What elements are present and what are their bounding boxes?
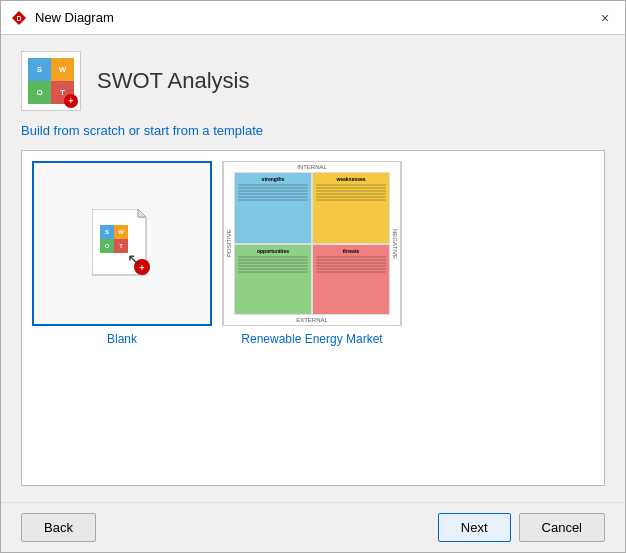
svg-text:T: T — [119, 243, 123, 249]
line5 — [316, 268, 386, 270]
diagram-type-title: SWOT Analysis — [97, 68, 249, 94]
line6 — [316, 199, 386, 201]
title-bar-left: D New Diagram — [11, 10, 114, 26]
line4 — [238, 193, 308, 195]
footer-left: Back — [21, 513, 96, 542]
weaknesses-quad: weaknesses — [312, 172, 390, 244]
swot-s-cell: S — [28, 58, 51, 81]
dialog: D New Diagram × S W O T + SWOT Analysis — [0, 0, 626, 553]
swot-grid-area: POSITIVE strengths — [224, 172, 400, 315]
weaknesses-title: weaknesses — [316, 176, 386, 182]
line4 — [316, 265, 386, 267]
swot-cells: strengths weakne — [234, 172, 390, 315]
renewable-label: Renewable Energy Market — [241, 332, 382, 346]
svg-text:O: O — [105, 243, 110, 249]
line1 — [316, 256, 386, 258]
svg-text:S: S — [105, 229, 109, 235]
svg-text:+: + — [139, 263, 144, 273]
svg-text:W: W — [118, 229, 124, 235]
template-blank[interactable]: S W O T + ↖ Blank — [32, 161, 212, 475]
back-button[interactable]: Back — [21, 513, 96, 542]
line1 — [238, 184, 308, 186]
blank-label: Blank — [107, 332, 137, 346]
close-button[interactable]: × — [595, 8, 615, 28]
negative-label: NEGATIVE — [390, 172, 400, 315]
swot-o-cell: O — [28, 81, 51, 104]
line4 — [238, 265, 308, 267]
swot-preview-inner: INTERNAL POSITIVE strengths — [224, 162, 400, 325]
swot-w-cell: W — [51, 58, 74, 81]
renewable-thumbnail[interactable]: INTERNAL POSITIVE strengths — [222, 161, 402, 326]
svg-marker-3 — [138, 209, 146, 217]
templates-area: S W O T + ↖ Blank — [21, 150, 605, 486]
cancel-button[interactable]: Cancel — [519, 513, 605, 542]
content-area: S W O T + SWOT Analysis Build from scrat… — [1, 35, 625, 502]
line3 — [316, 262, 386, 264]
logo-wrapper: S W O T + — [28, 58, 74, 104]
line6 — [316, 271, 386, 273]
line4 — [316, 193, 386, 195]
strengths-quad: strengths — [234, 172, 312, 244]
line2 — [238, 259, 308, 261]
window-title: New Diagram — [35, 10, 114, 25]
line2 — [316, 187, 386, 189]
footer-right: Next Cancel — [438, 513, 605, 542]
external-label: EXTERNAL — [224, 315, 400, 325]
blank-page-svg: S W O T + — [92, 209, 152, 279]
opportunities-quad: opportunities — [234, 244, 312, 316]
line1 — [238, 256, 308, 258]
svg-text:D: D — [16, 15, 21, 22]
app-icon: D — [11, 10, 27, 26]
subtitle-text: Build from scratch or start from a templ… — [21, 123, 605, 138]
next-button[interactable]: Next — [438, 513, 511, 542]
swot-badge: + — [64, 94, 78, 108]
line2 — [316, 259, 386, 261]
blank-icon: S W O T + ↖ — [92, 209, 152, 279]
swot-preview: INTERNAL POSITIVE strengths — [223, 161, 401, 326]
diagram-logo: S W O T + — [21, 51, 81, 111]
internal-label: INTERNAL — [224, 162, 400, 172]
footer: Back Next Cancel — [1, 502, 625, 552]
template-renewable[interactable]: INTERNAL POSITIVE strengths — [222, 161, 402, 475]
strengths-title: strengths — [238, 176, 308, 182]
line5 — [238, 268, 308, 270]
line6 — [238, 271, 308, 273]
line5 — [316, 196, 386, 198]
line3 — [238, 262, 308, 264]
threats-quad: threats — [312, 244, 390, 316]
cursor-arrow: ↖ — [127, 250, 140, 269]
title-bar: D New Diagram × — [1, 1, 625, 35]
diagram-header: S W O T + SWOT Analysis — [21, 51, 605, 111]
line2 — [238, 187, 308, 189]
blank-thumbnail[interactable]: S W O T + ↖ — [32, 161, 212, 326]
line6 — [238, 199, 308, 201]
threats-title: threats — [316, 248, 386, 254]
line3 — [238, 190, 308, 192]
line1 — [316, 184, 386, 186]
positive-label: POSITIVE — [224, 172, 234, 315]
line3 — [316, 190, 386, 192]
line5 — [238, 196, 308, 198]
opportunities-title: opportunities — [238, 248, 308, 254]
